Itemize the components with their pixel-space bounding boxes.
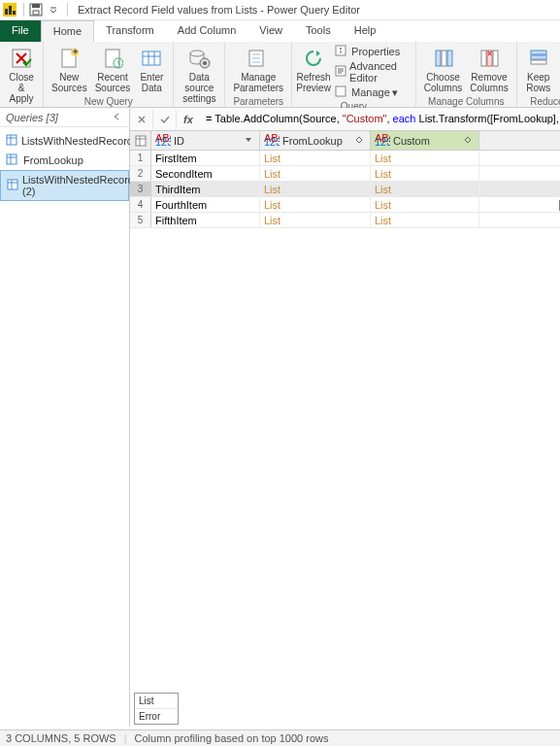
manage-parameters-button[interactable]: Manage Parameters (229, 44, 287, 95)
tab-transform[interactable]: Transform (94, 20, 166, 42)
cancel-formula-button[interactable] (130, 110, 153, 129)
preview-error[interactable]: Error (135, 709, 178, 724)
row-number[interactable]: 5 (130, 213, 151, 227)
filter-dropdown-icon[interactable] (244, 135, 255, 147)
svg-rect-5 (32, 4, 40, 8)
col-name: FromLookup (282, 135, 354, 147)
formula-input[interactable]: = Table.AddColumn(Source, "Custom", each… (200, 113, 560, 125)
recent-sources-button[interactable]: Recent Sources (91, 44, 135, 95)
choose-columns-button[interactable]: Choose Columns (420, 44, 466, 95)
svg-rect-23 (252, 61, 260, 63)
table-icon (6, 134, 17, 148)
close-apply-button[interactable]: Close & Apply (4, 44, 39, 106)
tab-home[interactable]: Home (41, 20, 94, 42)
row-number[interactable]: 1 (130, 151, 151, 165)
preview-list[interactable]: List (135, 694, 178, 709)
enter-data-label: Enter Data (140, 72, 163, 93)
cell-custom[interactable]: List (371, 166, 479, 181)
svg-rect-13 (143, 51, 160, 65)
row-number[interactable]: 2 (130, 166, 151, 181)
tab-view[interactable]: View (247, 20, 294, 42)
qat (0, 2, 74, 17)
svg-rect-34 (447, 51, 452, 66)
tab-add-column[interactable]: Add Column (166, 20, 248, 42)
expand-icon[interactable] (463, 135, 475, 147)
table-row[interactable]: 2SecondItemListList (130, 166, 560, 182)
parameters-icon (245, 46, 272, 71)
tab-file[interactable]: File (0, 20, 41, 42)
remove-rows-button[interactable]: Remove Rows (556, 44, 560, 95)
expand-icon[interactable] (354, 135, 366, 147)
cell-id[interactable]: FirstItem (151, 151, 260, 165)
confirm-formula-button[interactable] (153, 110, 177, 129)
cell-custom[interactable]: List (371, 151, 479, 165)
grid-corner[interactable] (130, 131, 151, 150)
cell-custom[interactable]: List (371, 182, 479, 196)
grid-body: 1FirstItemListList2SecondItemListList3Th… (130, 151, 560, 228)
data-source-label: Data source settings (181, 72, 216, 104)
collapse-icon[interactable] (112, 112, 123, 123)
cell-fromlookup[interactable]: List (260, 197, 371, 212)
query-item[interactable]: ListsWithNestedRecords (0, 131, 129, 151)
column-header-fromlookup[interactable]: ABC123 FromLookup (260, 131, 371, 150)
table-row[interactable]: 4FourthItemListList (130, 197, 560, 213)
table-row[interactable]: 5FifthItemListList (130, 213, 560, 228)
remove-columns-button[interactable]: Remove Columns (466, 44, 511, 95)
row-number[interactable]: 4 (130, 197, 151, 212)
manage-button[interactable]: Manage ▾ (335, 85, 408, 100)
row-number[interactable]: 3 (130, 182, 151, 196)
remove-cols-label: Remove Columns (470, 72, 508, 93)
advanced-editor-button[interactable]: Advanced Editor (335, 59, 408, 85)
cell-custom[interactable]: List (371, 213, 479, 227)
cell-id[interactable]: FourthItem (151, 197, 260, 212)
title-bar: Extract Record Field values from Lists -… (0, 0, 560, 20)
keep-rows-button[interactable]: Keep Rows (521, 44, 556, 95)
cell-custom[interactable]: List (371, 197, 479, 212)
tab-tools[interactable]: Tools (294, 20, 343, 42)
refresh-preview-button[interactable]: Refresh Preview (296, 44, 331, 95)
close-apply-icon (8, 46, 35, 71)
query-item[interactable]: FromLookup (0, 151, 129, 170)
cell-id[interactable]: SecondItem (151, 166, 260, 181)
cell-fromlookup[interactable]: List (260, 213, 371, 227)
manage-columns-group-label: Manage Columns (428, 95, 504, 108)
manage-icon (335, 85, 348, 99)
new-sources-button[interactable]: ✦ New Sources (48, 44, 91, 95)
enter-data-icon (138, 46, 165, 71)
enter-data-button[interactable]: Enter Data (134, 44, 169, 95)
cell-fromlookup[interactable]: List (260, 166, 371, 181)
close-apply-label: Close & Apply (8, 72, 35, 104)
query-name: FromLookup (23, 154, 83, 166)
grid-header-row: ABC123 ID ABC123 FromLookup ABC123 Custo… (130, 131, 560, 151)
qat-dropdown-icon[interactable] (46, 2, 61, 17)
data-source-icon (185, 46, 213, 71)
save-icon[interactable] (28, 2, 44, 17)
status-profiling: Column profiling based on top 1000 rows (135, 732, 329, 744)
cell-fromlookup[interactable]: List (260, 182, 371, 196)
table-icon (6, 153, 19, 167)
ribbon-group-manage-columns: Choose Columns Remove Columns Manage Col… (416, 42, 517, 107)
cell-fromlookup[interactable]: List (260, 151, 371, 165)
status-bar: 3 COLUMNS, 5 ROWS | Column profiling bas… (0, 729, 560, 746)
remove-columns-icon (476, 46, 503, 71)
column-header-id[interactable]: ABC123 ID (151, 131, 260, 150)
svg-text:123: 123 (375, 136, 390, 146)
status-dimensions: 3 COLUMNS, 5 ROWS (6, 732, 116, 744)
ribbon-group-parameters: Manage Parameters Parameters (225, 42, 292, 107)
table-row[interactable]: 3ThirdItemListList (130, 182, 560, 197)
cell-id[interactable]: FifthItem (151, 213, 260, 227)
query-item-selected[interactable]: ListsWithNestedRecords (2) (0, 170, 129, 201)
query-name: ListsWithNestedRecords (21, 135, 138, 147)
data-source-settings-button[interactable]: Data source settings (178, 44, 220, 106)
formula-bar: fx = Table.AddColumn(Source, "Custom", e… (130, 108, 560, 131)
main-area: fx = Table.AddColumn(Source, "Custom", e… (130, 108, 560, 727)
properties-button[interactable]: Properties (335, 44, 408, 59)
svg-text:123: 123 (155, 136, 171, 146)
column-header-custom[interactable]: ABC123 Custom (371, 131, 479, 150)
cell-id[interactable]: ThirdItem (151, 182, 260, 196)
table-row[interactable]: 1FirstItemListList (130, 151, 560, 166)
any-type-icon: ABC123 (375, 134, 390, 148)
tab-help[interactable]: Help (343, 20, 388, 42)
svg-rect-1 (5, 9, 8, 15)
fx-icon[interactable]: fx (177, 114, 200, 125)
